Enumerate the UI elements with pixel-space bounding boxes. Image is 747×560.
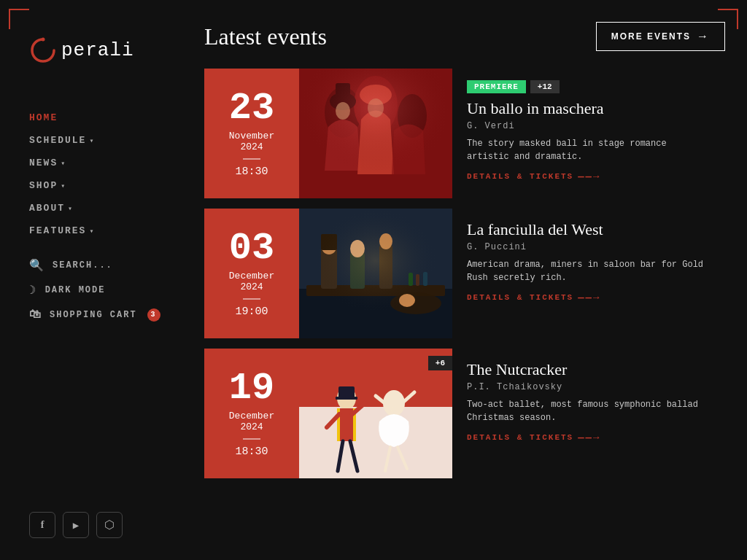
dark-mode-icon: ☽: [29, 283, 38, 298]
logo-icon: [29, 36, 57, 64]
main-header: Latest events MORE EVENTS →: [204, 22, 725, 51]
event-image: [299, 69, 452, 198]
event-badges: PREMIERE +12: [467, 80, 711, 93]
chevron-icon: ▾: [68, 204, 74, 213]
arrow-icon: ——→: [578, 171, 600, 182]
svg-point-0: [42, 38, 45, 42]
event-day: 23: [229, 90, 274, 128]
event-title: The Nutcracker: [467, 360, 711, 379]
chevron-icon: ▾: [61, 159, 66, 168]
page-title: Latest events: [204, 23, 327, 50]
event-card: 03 December2024 19:00: [204, 209, 725, 338]
arrow-icon: ——→: [578, 292, 600, 303]
event-info: The Nutcracker P.I. Tchaikovsky Two-act …: [452, 349, 725, 478]
sidebar-actions: 🔍 SEARCH... ☽ DARK MODE 🛍 SHOPPING CART …: [29, 258, 168, 322]
dark-mode-action[interactable]: ☽ DARK MODE: [29, 283, 168, 298]
event-date-block: 19 December2024 18:30: [204, 349, 299, 478]
nav-item-news[interactable]: NEWS ▾: [29, 153, 168, 173]
shopping-cart-action[interactable]: 🛍 SHOPPING CART 3: [29, 308, 168, 322]
event-month-year: December2024: [229, 271, 274, 292]
facebook-button[interactable]: f: [29, 512, 55, 538]
nav-item-about[interactable]: ABOUT ▾: [29, 198, 168, 218]
logo-text: perali: [61, 39, 134, 61]
instagram-button[interactable]: ⬡: [96, 512, 123, 538]
youtube-button[interactable]: ▶: [63, 512, 89, 538]
svg-rect-41: [336, 397, 357, 400]
count-badge: +6: [428, 356, 452, 370]
event-info: PREMIERE +12 Un ballo in maschera G. Ver…: [452, 69, 725, 198]
arrow-icon: ——→: [578, 432, 600, 443]
event-time: 18:30: [235, 446, 268, 458]
event-month-year: December2024: [229, 411, 274, 432]
svg-rect-10: [299, 69, 452, 198]
social-links: f ▶ ⬡: [29, 512, 168, 538]
cart-badge: 3: [147, 308, 160, 322]
event-divider: [243, 158, 260, 160]
sidebar: perali HOME SCHEDULE ▾ NEWS ▾ SHOP ▾ ABO…: [0, 0, 197, 560]
nav-item-features[interactable]: FEATURES ▾: [29, 221, 168, 241]
svg-rect-26: [299, 209, 452, 338]
event-time: 19:00: [235, 306, 268, 318]
event-day: 19: [229, 370, 274, 408]
event-description: American drama, miners in saloon bar for…: [467, 258, 711, 284]
arrow-icon: →: [697, 30, 710, 43]
event-title: La fanciulla del West: [467, 220, 711, 239]
details-tickets-link[interactable]: DETAILS & TICKETS ——→: [467, 432, 711, 443]
event-description: Two-act ballet, most famous symphonic ba…: [467, 398, 711, 424]
event-image: +6: [299, 349, 452, 478]
event-month-year: November2024: [229, 131, 274, 152]
event-description: The story masked ball in stage romance a…: [467, 137, 711, 163]
cart-icon: 🛍: [29, 308, 42, 322]
chevron-icon: ▾: [89, 136, 95, 145]
event-composer: P.I. Tchaikovsky: [467, 382, 711, 392]
event-divider: [243, 438, 260, 440]
nav-item-shop[interactable]: SHOP ▾: [29, 176, 168, 195]
event-composer: G. Puccini: [467, 242, 711, 252]
nav-item-home[interactable]: HOME: [29, 108, 168, 128]
count-badge: +12: [530, 80, 560, 93]
corner-decoration-tr: [718, 9, 738, 29]
event-info: La fanciulla del West G. Puccini America…: [452, 209, 725, 338]
svg-rect-28: [299, 407, 452, 478]
nav-item-schedule[interactable]: SCHEDULE ▾: [29, 131, 168, 150]
premiere-badge: PREMIERE: [467, 80, 526, 93]
details-tickets-link[interactable]: DETAILS & TICKETS ——→: [467, 171, 711, 182]
youtube-icon: ▶: [73, 519, 79, 532]
instagram-icon: ⬡: [104, 518, 115, 532]
event-divider: [243, 298, 260, 300]
event-time: 18:30: [235, 166, 268, 178]
event-scene-svg: [299, 69, 452, 198]
chevron-icon: ▾: [89, 227, 95, 236]
event-day: 03: [229, 230, 274, 268]
event-title: Un ballo in maschera: [467, 99, 711, 118]
main-content: Latest events MORE EVENTS → 23 November2…: [197, 0, 747, 560]
event-card: 19 December2024 18:30: [204, 349, 725, 478]
event-image: [299, 209, 452, 338]
facebook-icon: f: [41, 519, 44, 531]
navigation: HOME SCHEDULE ▾ NEWS ▾ SHOP ▾ ABOUT ▾ FE…: [29, 108, 168, 241]
event-composer: G. Verdi: [467, 121, 711, 131]
more-events-button[interactable]: MORE EVENTS →: [596, 22, 725, 51]
chevron-icon: ▾: [61, 182, 66, 190]
search-action[interactable]: 🔍 SEARCH...: [29, 258, 168, 273]
event-date-block: 03 December2024 19:00: [204, 209, 299, 338]
corner-decoration-tl: [9, 9, 29, 29]
event-card: 23 November2024 18:30: [204, 69, 725, 198]
event-scene-svg: [299, 209, 452, 338]
logo[interactable]: perali: [29, 36, 168, 64]
event-date-block: 23 November2024 18:30: [204, 69, 299, 198]
details-tickets-link[interactable]: DETAILS & TICKETS ——→: [467, 292, 711, 303]
search-icon: 🔍: [29, 258, 45, 273]
